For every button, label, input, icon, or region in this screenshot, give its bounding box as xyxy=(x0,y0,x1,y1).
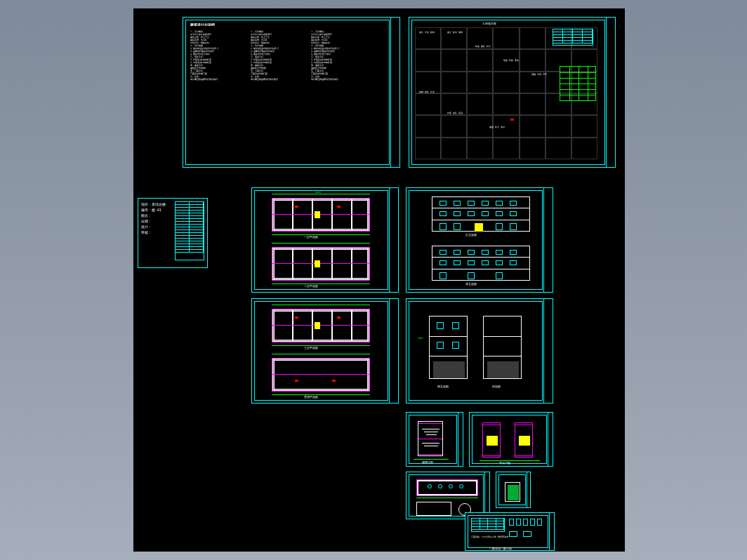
schedule-red-mark xyxy=(510,119,514,121)
sched-txt: 做法 水泥 砂浆 xyxy=(419,31,440,34)
sheet-detail2 xyxy=(496,472,531,508)
sheet-stair-frame: 楼梯详图 xyxy=(409,415,457,464)
bathroom-plan xyxy=(416,479,478,496)
door-notes: 门窗说明：尺寸以洞口为准 预留安装缝 xyxy=(471,535,541,538)
detail1-titleblock xyxy=(548,413,553,466)
plan2-title2: 屋顶平面图 xyxy=(304,395,318,399)
schedule-titleblock xyxy=(606,18,615,167)
stair-titleblock xyxy=(458,413,463,466)
sheet-schedule: 工程做法表 做法 水泥 砂浆 面层 抹灰 涂料 地面 瓷砖 防水 墙面 乳胶 底… xyxy=(409,17,616,168)
door-thumb xyxy=(516,519,521,526)
plan2-lower-dim xyxy=(272,354,370,354)
sheet-spec: 建筑设计总说明 一、工程概况 本工程为某综合楼项目 建筑层数：地上三层 建筑高度… xyxy=(183,17,400,168)
elev2-dim: 3600 xyxy=(418,337,423,340)
stair-dim xyxy=(414,459,449,460)
plan2-upper-dim-b xyxy=(272,345,370,346)
spec-text-col2: 一、工程概况 本工程为某综合楼项目 建筑层数：地上三层 建筑高度：约12m 结构… xyxy=(251,30,307,156)
plan1-title: 一层平面图 xyxy=(304,235,318,239)
door-thumb xyxy=(509,519,514,526)
info-mini-table xyxy=(175,201,204,260)
sheet-stair: 楼梯详图 xyxy=(406,412,463,467)
sched-txt: 地面 瓷砖 防水 xyxy=(475,45,496,48)
sched-txt: 踢脚 地砖 水泥 xyxy=(419,91,440,93)
elev2-title2: 剖面图 xyxy=(492,385,501,388)
elev2-title: 侧立面图 xyxy=(437,385,449,388)
sheet-plan1-frame: 18000 一层平面图 二层平面图 xyxy=(254,190,388,290)
sheet-elev2-frame: 3600 侧立面图 剖面图 xyxy=(409,301,543,401)
elev1-lower xyxy=(432,246,530,281)
spec-titleblock xyxy=(390,18,399,167)
sched-txt: 外墙 面砖 保温 xyxy=(447,112,468,114)
cad-canvas: 建筑设计总说明 一、工程概况 本工程为某综合楼项目 建筑层数：地上三层 建筑高度… xyxy=(133,8,625,552)
elev1-title: 正立面图 xyxy=(465,233,477,236)
elev2-titleblock xyxy=(543,299,553,403)
sched-txt: 顶棚 吊顶 石膏 xyxy=(531,73,553,76)
sheet-spec-frame: 建筑设计总说明 一、工程概况 本工程为某综合楼项目 建筑层数：地上三层 建筑高度… xyxy=(185,20,390,165)
sheet-elev2: 3600 侧立面图 剖面图 xyxy=(406,298,553,404)
sheet-door: 门窗说明：尺寸以洞口为准 预留安装缝 门窗表及门窗详图 xyxy=(465,512,555,551)
spec-text-col1: 一、工程概况 本工程为某综合楼项目 建筑层数：地上三层 建筑高度：约12m 结构… xyxy=(190,30,246,156)
plan1-upper-dim-b xyxy=(272,234,370,235)
plan2-upper-dim xyxy=(272,305,370,305)
schedule-mini-table xyxy=(553,29,593,46)
elev1-title2: 背立面图 xyxy=(465,282,477,286)
plan2-lower-dim-b xyxy=(272,394,370,395)
plan1-titleblock xyxy=(389,188,398,292)
sheet-schedule-frame: 工程做法表 做法 水泥 砂浆 面层 抹灰 涂料 地面 瓷砖 防水 墙面 乳胶 底… xyxy=(411,20,605,165)
door-thumb xyxy=(523,519,528,526)
sheet-bathroom-frame xyxy=(409,474,484,516)
sheet-elev1: 正立面图 背立面图 xyxy=(406,187,553,293)
sheet-elev1-frame: 正立面图 背立面图 xyxy=(409,190,543,290)
plan2-title: 三层平面图 xyxy=(304,346,318,349)
plan2-lower xyxy=(272,358,370,392)
elev2-right xyxy=(483,316,522,379)
plan1-lower-dim-b xyxy=(272,284,370,284)
spec-title: 建筑设计总说明 xyxy=(190,23,215,26)
elev1-titleblock xyxy=(543,188,553,292)
elev1-upper xyxy=(432,196,530,232)
door-title: 门窗表及门窗详图 xyxy=(489,547,512,550)
door-table xyxy=(471,518,505,532)
elev2-left xyxy=(429,316,468,379)
stair-section xyxy=(418,421,443,456)
plan1-lower-dim xyxy=(272,243,370,244)
door-titleblock xyxy=(549,513,554,550)
schedule-green-panel xyxy=(560,66,596,101)
sched-txt: 面层 抹灰 涂料 xyxy=(447,31,468,34)
sched-txt: 墙面 乳胶 底漆 xyxy=(503,59,524,62)
bathroom-dim xyxy=(416,498,478,498)
sched-txt: 屋面 防水 卷材 xyxy=(489,126,510,128)
bathroom-detail xyxy=(416,502,451,516)
detail2-box xyxy=(505,482,520,502)
plan1-title2: 二层平面图 xyxy=(304,284,318,288)
sheet-plan2-frame: 三层平面图 屋顶平面图 xyxy=(254,301,388,401)
plan1-upper-dim xyxy=(272,194,370,194)
sheet-detail1-frame: 节点详图 xyxy=(472,415,547,464)
door-thumb xyxy=(530,519,535,526)
detail2-titleblock xyxy=(527,472,530,507)
sheet-detail2-frame xyxy=(498,474,526,505)
detail1-b xyxy=(515,422,533,458)
spec-text-col3: 一、工程概况 本工程为某综合楼项目 建筑层数：地上三层 建筑高度：约12m 结构… xyxy=(311,30,367,156)
plan1-upper xyxy=(272,198,370,232)
schedule-title: 工程做法表 xyxy=(482,22,496,25)
sheet-detail1: 节点详图 xyxy=(469,412,553,467)
sheet-door-frame: 门窗说明：尺寸以洞口为准 预留安装缝 门窗表及门窗详图 xyxy=(468,515,548,548)
plan2-upper xyxy=(272,309,370,342)
door-thumb xyxy=(537,519,542,526)
project-info-block: 项目：某综合楼 编号：建-01 图名： 日期： 设计： 审核： xyxy=(138,198,208,268)
sheet-plan2: 三层平面图 屋顶平面图 xyxy=(251,298,399,404)
plan2-titleblock xyxy=(389,299,398,403)
stair-title: 楼梯详图 xyxy=(422,460,433,464)
detail1-a xyxy=(482,422,501,458)
sheet-plan1: 18000 一层平面图 二层平面图 xyxy=(251,187,399,293)
plan1-lower xyxy=(272,247,370,281)
plan1-upper-dim-txt: 18000 xyxy=(315,191,321,194)
detail1-title: 节点详图 xyxy=(499,461,510,465)
